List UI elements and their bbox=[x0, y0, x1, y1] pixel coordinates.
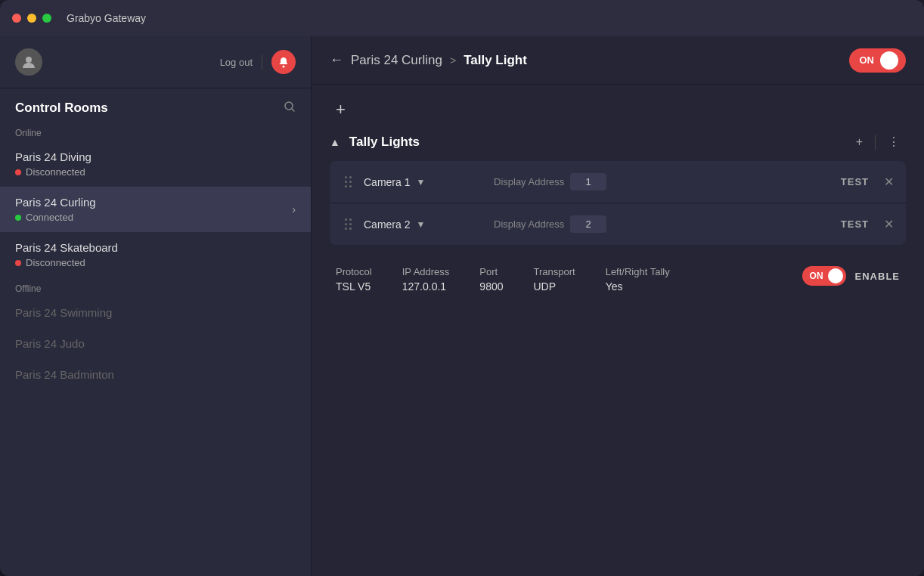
room-status: Disconnected bbox=[15, 166, 91, 178]
camera-name: Camera 1 bbox=[364, 176, 410, 188]
room-name: Paris 24 Badminton bbox=[15, 368, 114, 381]
transport-value: UDP bbox=[534, 280, 575, 293]
svg-point-0 bbox=[26, 57, 32, 63]
breadcrumb-parent[interactable]: Paris 24 Curling bbox=[351, 53, 442, 68]
sidebar-item-paris24swimming[interactable]: Paris 24 Swimming bbox=[0, 297, 311, 328]
section-actions: + ⋮ bbox=[850, 132, 906, 152]
drag-handle[interactable] bbox=[342, 173, 355, 190]
app-window: Grabyo Gateway Log out bbox=[0, 0, 924, 576]
add-item-button[interactable]: + bbox=[330, 97, 352, 122]
camera-row: Camera 1 ▼ Display Address TEST ✕ bbox=[330, 161, 906, 203]
left-right-tally-field: Left/Right Tally Yes bbox=[606, 266, 670, 293]
sidebar-item-paris24judo[interactable]: Paris 24 Judo bbox=[0, 328, 311, 359]
back-button[interactable]: ← bbox=[330, 52, 343, 68]
online-section-label: Online bbox=[0, 122, 311, 141]
sidebar-title: Control Rooms bbox=[15, 101, 108, 116]
status-label: Connected bbox=[26, 212, 73, 223]
sidebar-item-paris24badminton[interactable]: Paris 24 Badminton bbox=[0, 359, 311, 390]
avatar bbox=[15, 48, 42, 76]
status-dot-disconnected bbox=[15, 169, 21, 175]
protocol-field: Protocol TSL V5 bbox=[336, 266, 372, 293]
transport-label: Transport bbox=[534, 266, 575, 277]
enable-area: ON ENABLE bbox=[802, 266, 900, 286]
enable-toggle-label: ON bbox=[810, 271, 823, 281]
protocol-value: TSL V5 bbox=[336, 280, 372, 293]
room-item-left: Paris 24 Diving Disconnected bbox=[15, 150, 91, 178]
app-title: Grabyo Gateway bbox=[67, 12, 146, 24]
room-item-left: Paris 24 Curling Connected bbox=[15, 196, 96, 223]
port-label: Port bbox=[479, 266, 503, 277]
protocol-bar: Protocol TSL V5 IP Address 127.0.0.1 Por… bbox=[330, 257, 906, 302]
room-name: Paris 24 Diving bbox=[15, 150, 91, 163]
camera-dropdown-arrow[interactable]: ▼ bbox=[416, 177, 425, 187]
status-label: Disconnected bbox=[26, 257, 85, 268]
breadcrumb: ← Paris 24 Curling > Tally Light bbox=[330, 52, 527, 68]
main-panel: ← Paris 24 Curling > Tally Light ON + ▲ bbox=[312, 36, 924, 576]
status-label: Disconnected bbox=[26, 166, 85, 178]
section-title: Tally Lights bbox=[349, 135, 841, 150]
svg-point-1 bbox=[283, 66, 285, 68]
room-item-left: Paris 24 Swimming bbox=[15, 306, 112, 319]
breadcrumb-current: Tally Light bbox=[464, 53, 527, 68]
tally-lights-section: ▲ Tally Lights + ⋮ bbox=[330, 132, 906, 302]
sidebar-user bbox=[15, 48, 42, 76]
address-input[interactable] bbox=[570, 173, 606, 190]
camera-name-select: Camera 2 ▼ bbox=[364, 218, 485, 231]
toggle-on-label: ON bbox=[860, 54, 875, 66]
main-toggle-on[interactable]: ON bbox=[849, 48, 907, 73]
panel-body: + ▲ Tally Lights + ⋮ bbox=[312, 85, 924, 576]
test-button-camera1[interactable]: TEST bbox=[835, 173, 875, 190]
camera-name-select: Camera 1 ▼ bbox=[364, 176, 485, 188]
room-item-left: Paris 24 Badminton bbox=[15, 368, 114, 381]
enable-toggle[interactable]: ON bbox=[802, 266, 846, 286]
drag-handle[interactable] bbox=[342, 215, 355, 233]
remove-camera2-button[interactable]: ✕ bbox=[884, 217, 894, 231]
section-divider bbox=[875, 135, 876, 150]
notifications-button[interactable] bbox=[271, 50, 296, 74]
sidebar-nav: Control Rooms bbox=[0, 88, 311, 122]
enable-label: ENABLE bbox=[855, 271, 900, 282]
close-button[interactable] bbox=[12, 14, 21, 23]
room-name: Paris 24 Judo bbox=[15, 337, 85, 350]
sidebar: Log out Control Rooms bbox=[0, 36, 312, 576]
ip-address-value: 127.0.0.1 bbox=[402, 280, 450, 293]
room-item-left: Paris 24 Skateboard Disconnected bbox=[15, 241, 118, 268]
add-tally-button[interactable]: + bbox=[850, 132, 869, 152]
room-name: Paris 24 Skateboard bbox=[15, 241, 118, 254]
left-right-tally-label: Left/Right Tally bbox=[606, 266, 670, 277]
search-button[interactable] bbox=[284, 101, 296, 116]
cameras-container: Camera 1 ▼ Display Address TEST ✕ bbox=[330, 161, 906, 245]
main-content: Log out Control Rooms bbox=[0, 36, 924, 576]
test-button-camera2[interactable]: TEST bbox=[835, 215, 875, 233]
sidebar-header: Log out bbox=[0, 36, 311, 88]
remove-camera1-button[interactable]: ✕ bbox=[884, 175, 894, 189]
section-header: ▲ Tally Lights + ⋮ bbox=[330, 132, 906, 152]
camera-row: Camera 2 ▼ Display Address TEST ✕ bbox=[330, 203, 906, 245]
port-value: 9800 bbox=[479, 280, 503, 293]
enable-toggle-circle bbox=[828, 268, 843, 283]
sidebar-item-paris24diving[interactable]: Paris 24 Diving Disconnected bbox=[0, 141, 311, 187]
maximize-button[interactable] bbox=[42, 14, 51, 23]
room-status: Connected bbox=[15, 212, 96, 223]
address-input[interactable] bbox=[570, 215, 606, 233]
sidebar-item-paris24skateboard[interactable]: Paris 24 Skateboard Disconnected bbox=[0, 232, 311, 277]
breadcrumb-separator: > bbox=[450, 54, 456, 67]
left-right-tally-value: Yes bbox=[606, 280, 670, 293]
ip-address-label: IP Address bbox=[402, 266, 450, 277]
chevron-right-icon: › bbox=[292, 203, 296, 215]
more-options-button[interactable]: ⋮ bbox=[882, 132, 906, 152]
display-address-field: Display Address bbox=[494, 215, 826, 233]
room-name: Paris 24 Curling bbox=[15, 196, 96, 209]
titlebar: Grabyo Gateway bbox=[0, 0, 924, 36]
camera-dropdown-arrow[interactable]: ▼ bbox=[416, 219, 425, 230]
port-field: Port 9800 bbox=[479, 266, 503, 293]
sidebar-actions: Log out bbox=[220, 50, 296, 74]
logout-button[interactable]: Log out bbox=[220, 57, 253, 68]
offline-section-label: Offline bbox=[0, 277, 311, 297]
panel-header: ← Paris 24 Curling > Tally Light ON bbox=[312, 36, 924, 85]
display-address-field: Display Address bbox=[494, 173, 826, 190]
sidebar-item-paris24curling[interactable]: Paris 24 Curling Connected › bbox=[0, 187, 311, 232]
collapse-button[interactable]: ▲ bbox=[330, 136, 340, 148]
minimize-button[interactable] bbox=[27, 14, 36, 23]
room-item-left: Paris 24 Judo bbox=[15, 337, 85, 350]
